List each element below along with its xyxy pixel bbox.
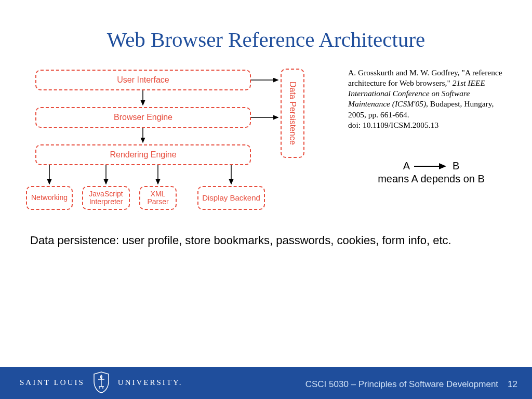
footer-course-block: CSCI 5030 – Principles of Software Devel… (305, 379, 517, 390)
shield-icon (92, 371, 111, 394)
footer-page-number: 12 (508, 379, 517, 390)
diagram-arrows (26, 65, 317, 221)
footer-course-text: CSCI 5030 – Principles of Software Devel… (305, 379, 498, 390)
legend-a: A (403, 160, 410, 172)
architecture-diagram: User Interface Browser Engine Rendering … (26, 65, 317, 221)
data-persistence-note: Data persistence: user profile, store bo… (30, 233, 487, 248)
logo-text-left: SAINT LOUIS (20, 378, 85, 387)
university-logo: SAINT LOUIS UNIVERSITY. (20, 371, 183, 394)
legend-b: B (453, 160, 459, 172)
logo-text-right: UNIVERSITY. (118, 378, 183, 387)
citation-block: A. Grosskurth and M. W. Godfrey, "A refe… (348, 68, 504, 130)
legend: A B means A depends on B (369, 160, 494, 185)
citation-doi: doi: 10.1109/ICSM.2005.13 (348, 121, 438, 129)
legend-arrow-icon (413, 163, 449, 170)
footer: SAINT LOUIS UNIVERSITY. CSCI 5030 – Prin… (0, 369, 532, 399)
legend-text: means A depends on B (369, 173, 494, 185)
slide-title: Web Browser Reference Architecture (0, 27, 532, 52)
